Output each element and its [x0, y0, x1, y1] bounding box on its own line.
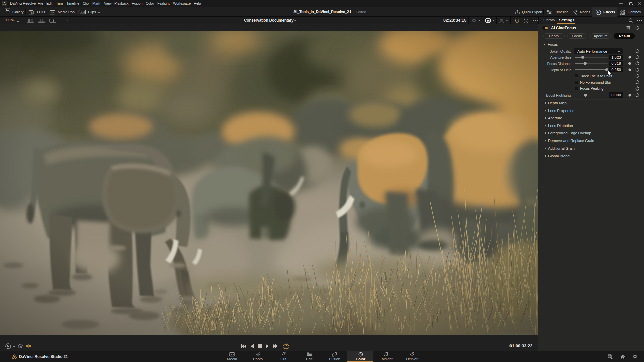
svg-text:fx: fx [7, 345, 10, 348]
svg-text:HD: HD [487, 21, 489, 22]
svg-text:fx: fx [597, 11, 600, 14]
